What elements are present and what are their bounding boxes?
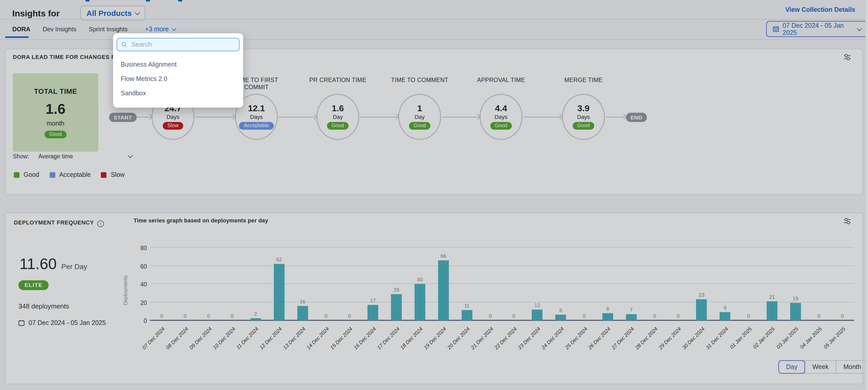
app-root: Insights for All Products View Collectio… [0, 0, 868, 390]
search-input[interactable] [130, 40, 235, 49]
more-tabs-dropdown: Business AlignmentFlow Metrics 2.0Sandbo… [113, 33, 243, 108]
dropdown-item-business-alignment[interactable]: Business Alignment [117, 57, 240, 72]
dropdown-search[interactable] [117, 38, 240, 51]
dropdown-item-flow-metrics-2-0[interactable]: Flow Metrics 2.0 [117, 72, 240, 86]
search-icon [121, 41, 127, 48]
dropdown-items: Business AlignmentFlow Metrics 2.0Sandbo… [117, 57, 240, 101]
dropdown-item-sandbox[interactable]: Sandbox [117, 86, 240, 101]
